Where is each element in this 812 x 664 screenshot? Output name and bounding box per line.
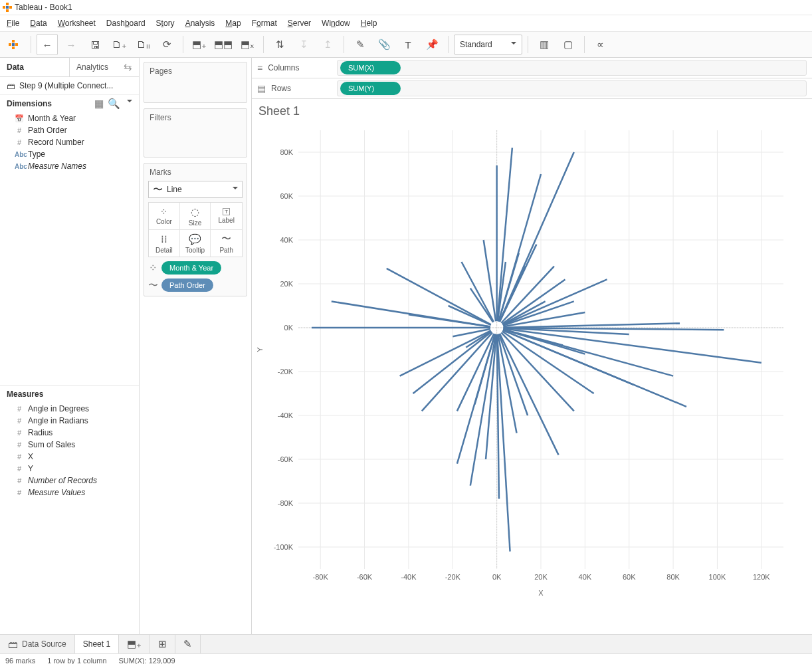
tableau-start-icon[interactable] — [4, 34, 25, 55]
field-x[interactable]: #X — [0, 451, 139, 463]
marks-detail-button[interactable]: ⁞⁞Detail — [149, 230, 180, 257]
data-pane: Data Analytics ⇆ 🗃 Step 9 (Multiple Conn… — [0, 58, 140, 634]
field-path-order[interactable]: #Path Order — [0, 124, 139, 136]
line-icon: 〜 — [153, 183, 163, 196]
collapse-icon[interactable]: ⇆ — [124, 61, 132, 73]
number-icon: # — [15, 429, 24, 437]
number-icon: # — [15, 465, 24, 473]
presentation-mode-button[interactable]: ▢ — [558, 34, 579, 55]
dimensions-list: 📅Month & Year#Path Order#Record NumberAb… — [0, 112, 139, 172]
svg-text:20K: 20K — [280, 280, 293, 288]
svg-text:-40K: -40K — [401, 573, 417, 581]
menu-worksheet[interactable]: Worksheet — [58, 19, 96, 28]
field-sum-of-sales[interactable]: #Sum of Sales — [0, 439, 139, 451]
undo-button[interactable]: ← — [37, 34, 58, 55]
field-radius[interactable]: #Radius — [0, 427, 139, 439]
redo-button[interactable]: → — [60, 34, 82, 55]
pin-button[interactable]: 📌 — [421, 34, 443, 55]
new-worksheet-tab-button[interactable]: ⬒₊ — [119, 635, 150, 653]
color-icon: ⁘ — [148, 262, 157, 274]
menu-window[interactable]: Window — [322, 19, 350, 28]
marks-size-button[interactable]: ◌Size — [180, 203, 211, 230]
menu-analysis[interactable]: Analysis — [185, 19, 215, 28]
number-icon: # — [15, 405, 24, 413]
chart-canvas[interactable]: -80K-60K-40K-20K0K20K40K60K80K100K120K-1… — [252, 124, 812, 634]
menu-server[interactable]: Server — [288, 19, 311, 28]
field-measure-names[interactable]: AbcMeasure Names — [0, 160, 139, 172]
marks-label-button[interactable]: TLabel — [211, 203, 242, 230]
pill-month-year[interactable]: Month & Year — [161, 261, 221, 275]
pill-path-order[interactable]: Path Order — [161, 278, 213, 292]
save-button[interactable]: 🖫 — [84, 34, 106, 55]
show-me-button[interactable]: ▥ — [534, 34, 555, 55]
share-button[interactable]: ∝ — [590, 34, 611, 55]
pause-auto-updates-button[interactable]: 🗋ᵢᵢ — [132, 34, 153, 55]
field-record-number[interactable]: #Record Number — [0, 136, 139, 148]
number-icon: # — [15, 138, 24, 146]
marks-path-button[interactable]: 〜Path — [211, 230, 242, 257]
title-bar: Tableau - Book1 — [0, 0, 812, 15]
rows-pill-sumy[interactable]: SUM(Y) — [340, 82, 401, 95]
field-measure-values[interactable]: #Measure Values — [0, 487, 139, 498]
rows-shelf[interactable]: ▤ Rows SUM(Y) — [252, 78, 812, 99]
measures-list: #Angle in Degrees#Angle in Radians#Radiu… — [0, 403, 139, 498]
new-dashboard-tab-button[interactable]: ⊞ — [150, 635, 175, 653]
fit-dropdown[interactable]: Standard — [454, 35, 522, 55]
mark-pill-path[interactable]: 〜 Path Order — [148, 278, 243, 292]
sheet-title[interactable]: Sheet 1 — [252, 99, 812, 124]
sort-asc-button[interactable]: ↧ — [293, 34, 314, 55]
columns-shelf[interactable]: ≡ Columns SUM(X) — [252, 58, 812, 78]
menu-data[interactable]: Data — [30, 19, 47, 28]
new-data-source-button[interactable]: 🗋₊ — [108, 34, 130, 55]
menu-format[interactable]: Format — [252, 19, 277, 28]
tab-sheet-1[interactable]: Sheet 1 — [75, 635, 119, 653]
field-y[interactable]: #Y — [0, 463, 139, 475]
columns-pill-sumx[interactable]: SUM(X) — [340, 61, 401, 74]
highlight-button[interactable]: ✎ — [350, 34, 371, 55]
swap-button[interactable]: ⇅ — [269, 34, 290, 55]
menu-dashboard[interactable]: Dashboard — [106, 19, 146, 28]
status-marks: 96 marks — [5, 657, 35, 664]
refresh-button[interactable]: ⟳ — [156, 34, 177, 55]
marks-label: Marks — [144, 164, 247, 181]
mark-type-label: Line — [167, 185, 182, 194]
tableau-logo-icon — [3, 3, 12, 12]
field-label: Y — [28, 464, 33, 473]
sort-desc-button[interactable]: ↥ — [317, 34, 338, 55]
marks-color-button[interactable]: ⁘Color — [149, 203, 180, 230]
field-angle-in-radians[interactable]: #Angle in Radians — [0, 415, 139, 427]
mark-pill-color[interactable]: ⁘ Month & Year — [148, 261, 243, 275]
svg-text:60K: 60K — [623, 573, 636, 581]
mark-type-dropdown[interactable]: 〜 Line — [148, 181, 243, 198]
svg-line-72 — [486, 334, 496, 459]
menu-map[interactable]: Map — [225, 19, 241, 28]
view-data-icon[interactable]: ▦ — [94, 98, 104, 110]
number-icon: # — [15, 417, 24, 425]
tab-data-source[interactable]: 🗃 Data Source — [0, 635, 75, 653]
marks-tooltip-button[interactable]: 💬Tooltip — [180, 230, 211, 257]
new-story-tab-button[interactable]: ✎ — [175, 635, 201, 653]
group-button[interactable]: 📎 — [373, 34, 395, 55]
new-worksheet-button[interactable]: ⬒₊ — [189, 34, 210, 55]
field-number-of-records[interactable]: #Number of Records — [0, 475, 139, 487]
pages-shelf[interactable]: Pages — [144, 62, 247, 103]
field-type[interactable]: AbcType — [0, 148, 139, 160]
show-mark-labels-button[interactable]: T — [397, 34, 419, 55]
duplicate-sheet-button[interactable]: ⬒⬒ — [213, 34, 234, 55]
viz-area: ≡ Columns SUM(X) ▤ Rows SUM(Y) Sheet 1 -… — [251, 58, 812, 634]
field-angle-in-degrees[interactable]: #Angle in Degrees — [0, 403, 139, 415]
svg-text:80K: 80K — [666, 573, 680, 581]
menu-help[interactable]: Help — [361, 19, 377, 28]
field-month-year[interactable]: 📅Month & Year — [0, 112, 139, 124]
svg-text:X: X — [538, 589, 544, 597]
tab-analytics[interactable]: Analytics ⇆ — [69, 58, 139, 76]
find-field-icon[interactable]: 🔍 — [108, 98, 120, 110]
data-source-row[interactable]: 🗃 Step 9 (Multiple Connect... — [0, 77, 139, 95]
tab-data[interactable]: Data — [0, 58, 69, 76]
clear-sheet-button[interactable]: ⬒ₓ — [237, 34, 258, 55]
dimensions-menu-icon[interactable] — [124, 98, 132, 110]
svg-line-62 — [503, 330, 673, 376]
menu-story[interactable]: Story — [156, 19, 175, 28]
menu-file[interactable]: File — [7, 19, 19, 28]
filters-shelf[interactable]: Filters — [144, 108, 247, 158]
